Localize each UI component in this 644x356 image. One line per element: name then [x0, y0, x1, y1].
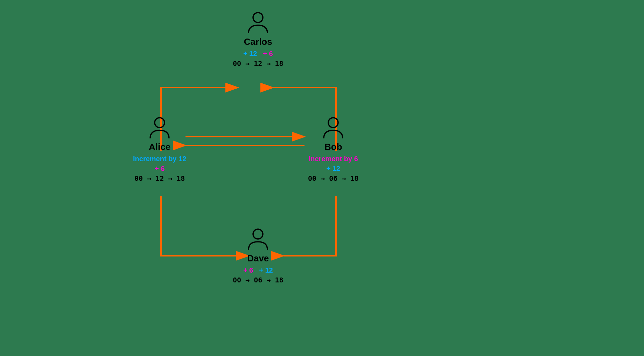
alice-increment-magenta: + 6	[133, 164, 186, 173]
carlos-sequence: 00 → 12 → 18	[233, 59, 284, 68]
dave-increment-blue: + 12	[259, 266, 273, 274]
svg-point-6	[328, 118, 338, 128]
person-icon-bob	[321, 116, 345, 140]
person-alice: Alice Increment by 12 + 6 00 → 12 → 18	[133, 116, 186, 183]
person-icon-carlos	[246, 11, 270, 35]
svg-point-7	[253, 229, 263, 239]
bob-info: Increment by 6 + 12 00 → 06 → 18	[308, 154, 359, 183]
dave-sequence: 00 → 06 → 18	[233, 275, 284, 285]
carlos-increment-blue: + 12	[243, 50, 257, 57]
dave-info: + 6 + 12 00 → 06 → 18	[233, 265, 284, 285]
person-carlos: Carlos + 12 + 6 00 → 12 → 18	[233, 11, 284, 68]
dave-name: Dave	[247, 253, 269, 264]
alice-name: Alice	[149, 142, 170, 152]
bob-increment-label: Increment by 6	[308, 154, 359, 164]
bob-increment-blue: + 12	[308, 164, 359, 173]
carlos-name: Carlos	[244, 36, 272, 47]
person-icon-alice	[147, 116, 172, 140]
dave-increment-magenta: + 6	[243, 266, 253, 274]
svg-point-5	[155, 118, 164, 128]
bob-sequence: 00 → 06 → 18	[308, 173, 359, 183]
carlos-info: + 12 + 6 00 → 12 → 18	[233, 49, 284, 68]
svg-point-4	[253, 13, 263, 22]
alice-info: Increment by 12 + 6 00 → 12 → 18	[133, 154, 186, 183]
bob-name: Bob	[324, 142, 342, 152]
person-icon-dave	[246, 227, 270, 252]
person-dave: Dave + 6 + 12 00 → 06 → 18	[233, 227, 284, 285]
alice-sequence: 00 → 12 → 18	[133, 173, 186, 183]
carlos-increment-magenta: + 6	[263, 50, 273, 57]
person-bob: Bob Increment by 6 + 12 00 → 06 → 18	[308, 116, 359, 183]
alice-increment-label: Increment by 12	[133, 154, 186, 164]
